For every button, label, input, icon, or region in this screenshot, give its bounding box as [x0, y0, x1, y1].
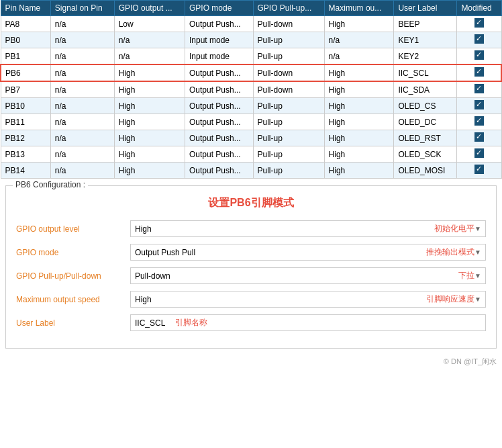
table-cell-3-2: High: [114, 64, 185, 81]
table-cell-5-2: High: [114, 98, 185, 114]
table-cell-6-0: PB11: [1, 114, 50, 130]
table-cell-8-2: High: [114, 146, 185, 163]
modified-checkbox[interactable]: [457, 81, 501, 98]
modified-checkbox[interactable]: [457, 163, 501, 179]
checkbox-checked-icon: [474, 50, 484, 60]
config-field-label-2: GPIO Pull-up/Pull-down: [16, 271, 123, 281]
table-row[interactable]: PA8n/aLowOutput Push...Pull-downHighBEEP: [1, 16, 501, 32]
checkbox-checked-icon: [474, 34, 484, 44]
config-field-row-1: GPIO modeOutput Push Pull推挽输出模式▼: [16, 244, 486, 261]
table-cell-1-3: Input mode: [185, 32, 253, 48]
table-cell-7-3: Output Push...: [185, 130, 253, 146]
table-cell-4-1: n/a: [50, 81, 114, 98]
config-input-4[interactable]: IIC_SCL 引脚名称: [130, 314, 486, 331]
modified-checkbox[interactable]: [457, 130, 501, 146]
modified-checkbox[interactable]: [457, 114, 501, 130]
table-cell-8-1: n/a: [50, 146, 114, 163]
table-cell-8-0: PB13: [1, 146, 50, 163]
table-cell-7-5: High: [324, 130, 394, 146]
dropdown-arrow-icon: ▼: [474, 249, 481, 256]
table-cell-6-2: High: [114, 114, 185, 130]
table-cell-9-0: PB14: [1, 163, 50, 179]
table-cell-2-5: n/a: [324, 48, 394, 65]
table-cell-3-4: Pull-down: [253, 64, 324, 81]
dropdown-arrow-icon: ▼: [474, 272, 481, 279]
dropdown-arrow-icon: ▼: [474, 225, 481, 232]
config-input-comment-4: 引脚名称: [175, 317, 207, 328]
config-field-label-3: Maximum output speed: [16, 295, 123, 304]
table-cell-0-1: n/a: [50, 16, 114, 32]
table-cell-1-0: PB0: [1, 32, 50, 48]
config-select-3[interactable]: High引脚响应速度▼: [130, 291, 486, 308]
table-cell-9-4: Pull-up: [253, 163, 324, 179]
table-cell-9-6: OLED_MOSI: [394, 163, 457, 179]
config-select-comment-2: 下拉: [458, 270, 474, 281]
table-cell-0-5: High: [324, 16, 394, 32]
table-row[interactable]: PB1n/an/aInput modePull-upn/aKEY2: [1, 48, 501, 65]
table-cell-2-3: Input mode: [185, 48, 253, 65]
table-cell-7-2: High: [114, 130, 185, 146]
modified-checkbox[interactable]: [457, 32, 501, 48]
checkbox-checked-icon: [474, 67, 484, 77]
table-container: Pin NameSignal on PinGPIO output ...GPIO…: [0, 0, 502, 179]
table-cell-9-3: Output Push...: [185, 163, 253, 179]
table-row[interactable]: PB13n/aHighOutput Push...Pull-upHighOLED…: [1, 146, 501, 163]
table-cell-8-5: High: [324, 146, 394, 163]
config-select-1[interactable]: Output Push Pull推挽输出模式▼: [130, 244, 486, 261]
table-row[interactable]: PB7n/aHighOutput Push...Pull-downHighIIC…: [1, 81, 501, 98]
col-header-1: Signal on Pin: [50, 1, 114, 16]
table-cell-7-6: OLED_RST: [394, 130, 457, 146]
modified-checkbox[interactable]: [457, 64, 501, 81]
table-cell-2-0: PB1: [1, 48, 50, 65]
table-cell-6-3: Output Push...: [185, 114, 253, 130]
config-select-value-3: High: [135, 295, 416, 304]
checkbox-checked-icon: [474, 132, 484, 142]
table-cell-2-4: Pull-up: [253, 48, 324, 65]
config-select-value-1: Output Push Pull: [135, 248, 416, 257]
table-cell-5-1: n/a: [50, 98, 114, 114]
config-field-row-2: GPIO Pull-up/Pull-downPull-down下拉▼: [16, 267, 486, 284]
table-cell-9-2: High: [114, 163, 185, 179]
table-row[interactable]: PB0n/an/aInput modePull-upn/aKEY1: [1, 32, 501, 48]
table-cell-4-3: Output Push...: [185, 81, 253, 98]
col-header-5: Maximum ou...: [324, 1, 394, 16]
table-row[interactable]: PB10n/aHighOutput Push...Pull-upHighOLED…: [1, 98, 501, 114]
col-header-6: User Label: [394, 1, 457, 16]
checkbox-checked-icon: [474, 100, 484, 109]
col-header-0: Pin Name: [1, 1, 50, 16]
config-select-value-0: High: [135, 224, 424, 234]
table-cell-4-4: Pull-down: [253, 81, 324, 98]
table-cell-9-5: High: [324, 163, 394, 179]
table-row[interactable]: PB11n/aHighOutput Push...Pull-upHighOLED…: [1, 114, 501, 130]
table-cell-7-0: PB12: [1, 130, 50, 146]
table-cell-6-5: High: [324, 114, 394, 130]
table-row[interactable]: PB12n/aHighOutput Push...Pull-upHighOLED…: [1, 130, 501, 146]
col-header-3: GPIO mode: [185, 1, 253, 16]
table-cell-1-4: Pull-up: [253, 32, 324, 48]
table-cell-1-5: n/a: [324, 32, 394, 48]
config-select-comment-1: 推挽输出模式: [426, 247, 474, 258]
modified-checkbox[interactable]: [457, 98, 501, 114]
config-select-2[interactable]: Pull-down下拉▼: [130, 267, 486, 284]
table-cell-2-6: KEY2: [394, 48, 457, 65]
table-row[interactable]: PB14n/aHighOutput Push...Pull-upHighOLED…: [1, 163, 501, 179]
table-cell-4-6: IIC_SDA: [394, 81, 457, 98]
config-legend: PB6 Configuration :: [13, 180, 88, 189]
config-select-0[interactable]: High初始化电平▼: [130, 220, 486, 237]
table-row[interactable]: PB6n/aHighOutput Push...Pull-downHighIIC…: [1, 64, 501, 81]
modified-checkbox[interactable]: [457, 146, 501, 163]
table-cell-2-2: n/a: [114, 48, 185, 65]
config-field-label-1: GPIO mode: [16, 248, 123, 257]
table-cell-5-0: PB10: [1, 98, 50, 114]
checkbox-checked-icon: [474, 148, 484, 158]
checkbox-checked-icon: [474, 165, 484, 174]
table-cell-5-4: Pull-up: [253, 98, 324, 114]
checkbox-checked-icon: [474, 116, 484, 126]
checkbox-checked-icon: [474, 84, 484, 93]
col-header-4: GPIO Pull-up...: [253, 1, 324, 16]
config-field-row-4: User LabelIIC_SCL 引脚名称: [16, 314, 486, 331]
table-cell-5-6: OLED_CS: [394, 98, 457, 114]
modified-checkbox[interactable]: [457, 48, 501, 65]
modified-checkbox[interactable]: [457, 16, 501, 32]
table-cell-4-2: High: [114, 81, 185, 98]
